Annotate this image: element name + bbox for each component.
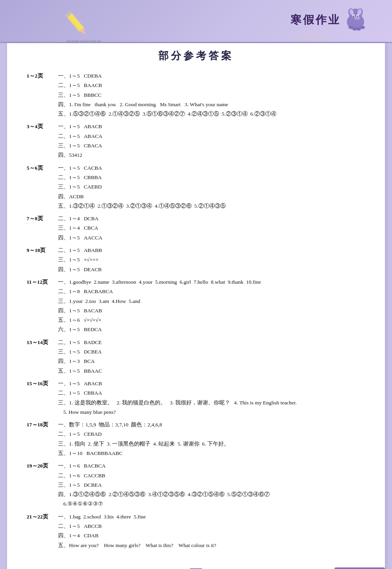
answer-row: 三、1～5 CBACA (58, 141, 365, 150)
answer-row: 一、1～5 ABACB (58, 122, 365, 131)
answer-row: 五、1～5 BBAAC (58, 366, 365, 376)
svg-point-14 (357, 16, 358, 17)
header: 快对快对快对快对 快对快对快对 寒假作业 (0, 0, 392, 43)
answer-row: 三、1～5 ×√××× (58, 255, 365, 265)
section-7-8: 7～8页 二、1～4 DCBA 三、1～4 CBCA 四、1～5 AACCA (27, 214, 365, 243)
answer-row: 一、数字：1,5,9 物品：3,7,10 颜色：2,4,6,8 (58, 420, 365, 429)
page-label-17-18: 17～18页 (27, 421, 58, 428)
answer-row: 一、1.bag 2.school 3.his 4.there 5.fine (58, 512, 365, 522)
answer-row: 一、1～5 ABACB (58, 379, 365, 388)
page-label-3-4: 3～4页 (27, 123, 58, 130)
page-wrapper: 快对快对快对快对 快对快对快对 寒假作业 (0, 0, 392, 569)
page-label-1-2: 1～2页 (27, 72, 58, 80)
answer-row: 四、1～5 AACCA (58, 233, 365, 243)
section-1-2: 1～2页 一、1～5 CDEBA 二、1～5 BAACB 三、1～5 BBBCC… (27, 71, 365, 119)
section-5-6: 5～6页 一、1～5 CACBA 二、1～5 CBBBA 三、1～5 CAEBD… (27, 163, 365, 211)
page-label-15-16: 15～16页 (27, 380, 58, 387)
answer-row: 6.⑤④①⑥②③⑦ (58, 499, 365, 509)
answer-row: 三、1～5 CAEBD (58, 182, 365, 192)
section-3-4: 3～4页 一、1～5 ABACB 二、1～5 ABACA 三、1～5 CBACA… (27, 122, 365, 160)
section-9-10-content: 二、1～5 ABABB 三、1～5 ×√××× 四、1～5 DEACB (58, 246, 365, 274)
answer-row: 四、53412 (58, 150, 365, 160)
stars-decoration: ✦ ✦ ✦ ✦ ✦ (299, 34, 325, 39)
answer-row: 四、1～5 DEACB (58, 265, 365, 274)
answer-row: 五、1.③②①④ 2.①③②④ 3.②①③④ 4.①④⑤③②⑥ 5.②①④③⑤ (58, 201, 365, 211)
page-label-7-8: 7～8页 (27, 215, 58, 222)
section-3-4-content: 一、1～5 ABACB 二、1～5 ABACA 三、1～5 CBACA 四、53… (58, 122, 365, 160)
title-text: 寒假作业 (290, 13, 341, 27)
section-13-14-content: 二、1～5 BADCE 三、1～5 DCBEA 四、1～3 BCA 五、1～5 … (58, 338, 365, 376)
page-label-19-20: 19～20页 (27, 462, 58, 469)
answer-row: 一、1.goodbye 2.name 3.afternoon 4.your 5.… (58, 277, 365, 287)
pencil-icon (61, 8, 92, 39)
page-label-13-14: 13～14页 (27, 339, 58, 346)
section-21-22-content: 一、1.bag 2.school 3.his 4.there 5.fine 二、… (58, 512, 365, 550)
answer-row: 二、1～5 ABABB (58, 246, 365, 255)
answer-row: 二、1～5 CEBAD (58, 429, 365, 439)
answer-row: 三、1.your 2.too 3.am 4.How 5.and (58, 297, 365, 306)
elephant-icon (343, 7, 368, 33)
page-label-11-12: 11～12页 (27, 279, 58, 286)
answer-row: 二、1～8 BACBABCA (58, 287, 365, 296)
answer-row: 三、1. 指向 2. 坐下 3. 一顶黑色的帽子 4. 站起来 5. 谢谢你 6… (58, 439, 365, 449)
answer-row: 二、1～6 CACCBB (58, 471, 365, 480)
answer-row: 一、1～6 BACBCA (58, 461, 365, 471)
section-1-2-content: 一、1～5 CDEBA 二、1～5 BAACB 三、1～5 BBBCC 四、1.… (58, 71, 365, 119)
answer-row: 二、1～5 CBBAA (58, 388, 365, 398)
answer-row: 四、1. I'm fine thank you 2. Good morning … (58, 100, 365, 109)
section-17-18-content: 一、数字：1,5,9 物品：3,7,10 颜色：2,4,6,8 二、1～5 CE… (58, 420, 365, 458)
section-13-14: 13～14页 二、1～5 BADCE 三、1～5 DCBEA 四、1～3 BCA… (27, 338, 365, 376)
answer-row: 六、1～5 BEDCA (58, 325, 365, 334)
answer-row: 三、1～5 BBBCC (58, 91, 365, 100)
section-7-8-content: 二、1～4 DCBA 三、1～4 CBCA 四、1～5 AACCA (58, 214, 365, 243)
answer-row: 四、1.③①②④⑤⑥ 2.②①④⑤③⑥ 3.④①②③⑤⑥ 4.③②①⑤④⑥ 5.… (58, 490, 365, 499)
answer-row: 二、1～5 CBBBA (58, 173, 365, 182)
section-17-18: 17～18页 一、数字：1,5,9 物品：3,7,10 颜色：2,4,6,8 二… (27, 420, 365, 458)
answer-row: 二、1～4 DCBA (58, 214, 365, 223)
answer-row: 五、1～10 BACBBBAABC (58, 449, 365, 458)
answer-row: 三、1. 这是我的教室。 2. 我的猫是白色的。 3. 我很好，谢谢。你呢？ 4… (58, 398, 365, 408)
answer-row: 二、1～5 ABACA (58, 132, 365, 141)
section-11-12-content: 一、1.goodbye 2.name 3.afternoon 4.your 5.… (58, 277, 365, 335)
svg-point-15 (348, 26, 353, 29)
answer-row: 五、1.⑤③②①④⑥ 2.①④③②⑤ 3.⑤①⑥③④②⑦ 4.②④③①⑤ 5.②… (58, 109, 365, 119)
answer-row: 三、1～5 DCBEA (58, 480, 365, 490)
answer-row: 二、1～5 ABCCB (58, 522, 365, 531)
answer-row: 五、How are you? How many girls? What is t… (58, 541, 365, 550)
answer-row: 二、1～5 BADCE (58, 338, 365, 347)
answer-row: 三、1～4 CBCA (58, 223, 365, 233)
section-5-6-content: 一、1～5 CACBA 二、1～5 CBBBA 三、1～5 CAEBD 四、AC… (58, 163, 365, 211)
answer-row: 四、ACDB (58, 192, 365, 201)
svg-point-17 (356, 27, 361, 31)
section-9-10: 9～10页 二、1～5 ABABB 三、1～5 ×√××× 四、1～5 DEAC… (27, 246, 365, 274)
page-label-9-10: 9～10页 (27, 247, 58, 254)
section-19-20-content: 一、1～6 BACBCA 二、1～6 CACCBB 三、1～5 DCBEA 四、… (58, 461, 365, 509)
paper-inner: 部分参考答案 1～2页 一、1～5 CDEBA 二、1～5 BAACB 三、1～… (7, 43, 385, 566)
header-title: 寒假作业 (290, 7, 368, 33)
answer-row: 二、1～5 BAACB (58, 81, 365, 90)
answer-row: 一、1～5 CDEBA (58, 71, 365, 81)
section-11-12: 11～12页 一、1.goodbye 2.name 3.afternoon 4.… (27, 277, 365, 335)
svg-point-18 (360, 26, 365, 29)
answer-row: 四、1～5 BACAB (58, 306, 365, 315)
answer-row: 五、1～6 √×√×√× (58, 315, 365, 325)
answer-row: 5. How many blue pens? (58, 408, 365, 417)
paper: 部分参考答案 1～2页 一、1～5 CDEBA 二、1～5 BAACB 三、1～… (7, 43, 385, 569)
sections-container: 1～2页 一、1～5 CDEBA 二、1～5 BAACB 三、1～5 BBBCC… (27, 71, 365, 550)
section-19-20: 19～20页 一、1～6 BACBCA 二、1～6 CACCBB 三、1～5 D… (27, 461, 365, 509)
section-21-22: 21～22页 一、1.bag 2.school 3.his 4.there 5.… (27, 512, 365, 550)
page-label-21-22: 21～22页 (27, 513, 58, 520)
page-label-5-6: 5～6页 (27, 165, 58, 172)
section-15-16: 15～16页 一、1～5 ABACB 二、1～5 CBBAA 三、1. 这是我的… (27, 379, 365, 417)
page-title: 部分参考答案 (27, 49, 365, 63)
answer-row: 四、1～4 CDAB (58, 531, 365, 540)
answer-row: 一、1～5 CACBA (58, 163, 365, 173)
section-15-16-content: 一、1～5 ABACB 二、1～5 CBBAA 三、1. 这是我的教室。 2. … (58, 379, 365, 417)
svg-point-13 (353, 16, 354, 17)
answer-row: 四、1～3 BCA (58, 357, 365, 366)
answer-row: 三、1～5 DCBEA (58, 347, 365, 357)
